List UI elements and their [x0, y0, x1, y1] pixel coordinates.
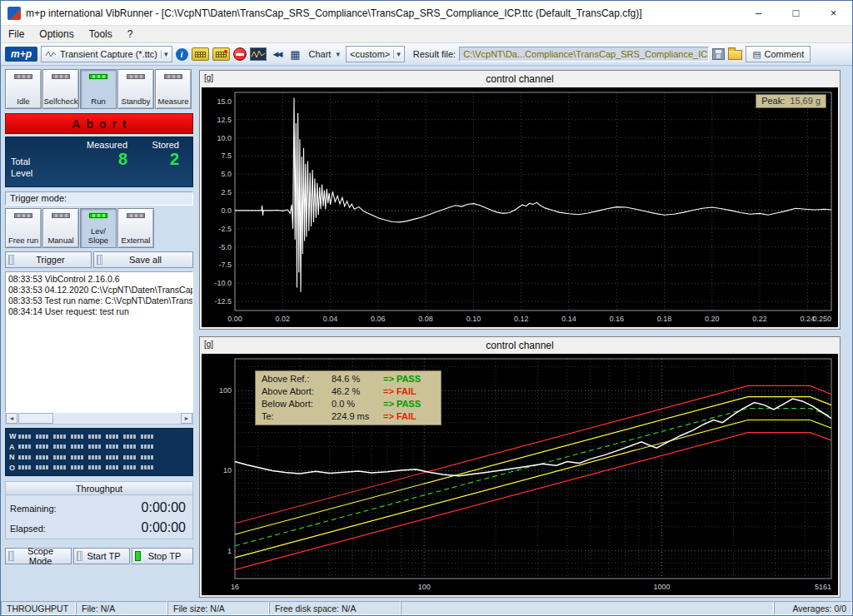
channel-dot — [144, 455, 147, 460]
channel-dot — [98, 465, 101, 469]
chart-dropdown[interactable]: Chart ▾ — [307, 46, 342, 62]
svg-text:0.10: 0.10 — [466, 315, 481, 323]
no-entry-icon[interactable] — [233, 47, 247, 61]
button-label: Manual — [43, 236, 78, 246]
legend-label: Te: — [262, 410, 332, 423]
state-button-idle[interactable]: Idle — [5, 69, 42, 109]
menu-item-file[interactable]: File — [1, 27, 32, 42]
menu-item-help[interactable]: ? — [120, 27, 141, 42]
control-sidebar: IdleSelfcheckRunStandbyMeasure Abort Mea… — [1, 66, 196, 601]
channel-dot — [88, 455, 91, 460]
scroll-left-icon[interactable]: ◄ — [6, 413, 17, 424]
grid-view-icon[interactable]: ▦ — [288, 47, 303, 62]
legend-label: Below Abort: — [262, 398, 332, 410]
measurement-counters: Measured Stored Total 8 2 Level — [5, 137, 193, 187]
channel-dot — [127, 435, 129, 439]
channel-dot — [144, 465, 147, 469]
channel-dot — [151, 455, 153, 460]
toolbar: m+p Transient Capture (*.ttc) ▾ i ◀◀ ▦ C… — [1, 43, 852, 66]
stop-tp-button[interactable]: Stop TP — [132, 548, 193, 564]
channel-dot — [109, 455, 112, 460]
legend-result: => FAIL — [383, 410, 435, 423]
minimize-button[interactable]: – — [740, 1, 777, 25]
channel-dot — [106, 435, 108, 439]
channel-dot — [36, 465, 38, 469]
custom-select[interactable]: <custom> ▾ — [346, 46, 405, 62]
channel-dot — [130, 455, 132, 460]
close-button[interactable]: × — [815, 1, 852, 25]
channel-dot — [141, 435, 143, 439]
channel-dot — [141, 445, 143, 449]
channel-dot — [109, 465, 112, 469]
abort-button[interactable]: Abort — [5, 113, 193, 134]
channel-dot — [46, 465, 48, 469]
menu-item-options[interactable]: Options — [32, 27, 81, 42]
channel-group — [18, 435, 31, 439]
svg-text:100: 100 — [418, 583, 431, 591]
trigger-button-lev-slope[interactable]: Lev/ Slope — [80, 208, 117, 248]
led-indicator — [127, 74, 145, 79]
signal-icon[interactable] — [250, 47, 267, 61]
rewind-icon[interactable]: ◀◀ — [270, 47, 285, 62]
message-log[interactable]: 08:33:53 VibControl 2.16.0.608:33:53 04.… — [5, 271, 193, 413]
result-file-path: C:\VcpNT\Da...Compliance\TransCap_SRS_Co… — [459, 47, 709, 62]
led-indicator — [89, 213, 107, 218]
log-scrollbar[interactable]: ◄ ► — [5, 413, 193, 425]
trigger-button-external[interactable]: External — [117, 208, 154, 248]
trigger-mode-label: Trigger mode: — [5, 191, 193, 206]
channel-group — [141, 435, 153, 439]
keypad-icon[interactable] — [212, 47, 230, 61]
test-type-select[interactable]: Transient Capture (*.ttc) ▾ — [41, 46, 172, 62]
channel-group — [123, 455, 136, 460]
channel-group — [141, 445, 153, 449]
channel-dot — [60, 435, 62, 439]
trigger-button[interactable]: Trigger — [5, 251, 92, 268]
channel-dot — [130, 445, 132, 449]
svg-text:0.14: 0.14 — [561, 315, 576, 323]
svg-text:10: 10 — [223, 466, 232, 474]
svg-text:0.12: 0.12 — [514, 315, 529, 323]
trigger-button-manual[interactable]: Manual — [42, 208, 79, 248]
save-all-button[interactable]: Save all — [93, 251, 193, 268]
folder-icon[interactable] — [728, 50, 742, 60]
scroll-right-icon[interactable]: ► — [181, 413, 192, 424]
throughput-title: Throughput — [6, 482, 192, 495]
start-tp-button[interactable]: Start TP — [73, 548, 130, 564]
svg-text:-12.5: -12.5 — [214, 297, 232, 306]
comment-button[interactable]: ▤ Comment — [746, 46, 811, 62]
channel-dot — [147, 465, 150, 469]
button-label: Scope Mode — [17, 546, 71, 566]
menubar: FileOptionsTools? — [1, 26, 852, 43]
scope-mode-button[interactable]: Scope Mode — [5, 548, 72, 564]
remaining-label: Remaining: — [10, 504, 57, 514]
info-icon[interactable]: i — [176, 48, 188, 61]
state-button-standby[interactable]: Standby — [117, 69, 154, 109]
menu-item-tools[interactable]: Tools — [82, 27, 120, 42]
legend-result: => FAIL — [383, 385, 435, 398]
maximize-button[interactable]: □ — [777, 1, 815, 25]
state-button-measure[interactable]: Measure — [155, 69, 192, 109]
scrollbar-thumb[interactable] — [18, 413, 53, 424]
svg-text:1000: 1000 — [654, 583, 671, 591]
scrollbar-track[interactable] — [17, 413, 181, 424]
channel-dot — [60, 465, 62, 469]
elapsed-value: 0:00:00 — [142, 520, 186, 535]
window-title: m+p international VibRunner - [C:\VcpNT\… — [26, 7, 740, 19]
channel-dot — [25, 435, 27, 439]
channel-group — [36, 455, 48, 460]
channel-group — [88, 435, 101, 439]
srs-chart-panel: [g] control channel 1610010005161100101 … — [199, 336, 841, 598]
channel-group — [106, 435, 118, 439]
svg-text:0.08: 0.08 — [418, 315, 433, 323]
button-label: Standby — [118, 97, 153, 107]
state-button-run[interactable]: Run — [80, 69, 117, 109]
svg-text:0.00: 0.00 — [227, 315, 242, 323]
channel-dot — [123, 455, 126, 460]
log-sheet-icon[interactable] — [192, 47, 209, 61]
trigger-button-free-run[interactable]: Free run — [5, 208, 42, 248]
app-window: m+p international VibRunner - [C:\VcpNT\… — [0, 0, 853, 616]
save-icon[interactable] — [712, 48, 725, 60]
state-button-selfcheck[interactable]: Selfcheck — [42, 69, 79, 109]
svg-text:10.0: 10.0 — [217, 134, 232, 142]
channel-dot — [74, 445, 77, 449]
